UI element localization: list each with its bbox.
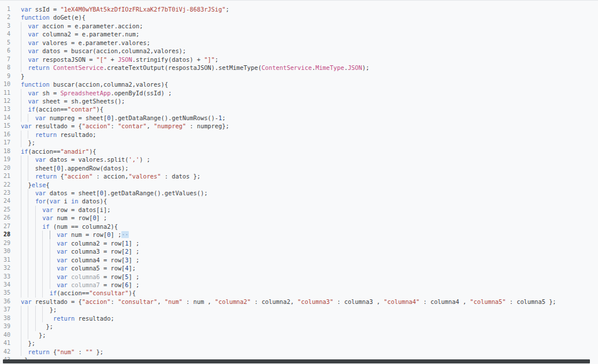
code-token: (accion== xyxy=(28,148,60,155)
code-line[interactable]: 37 }; xyxy=(0,306,598,314)
line-number[interactable]: 28 xyxy=(0,231,10,239)
line-number[interactable]: 6 xyxy=(0,47,10,55)
line-number[interactable]: 16 xyxy=(0,131,10,139)
code-line[interactable]: 28 var num = row[0] ;·· xyxy=(0,231,598,239)
line-number[interactable]: 33 xyxy=(0,273,10,281)
line-number[interactable]: 29 xyxy=(0,239,10,247)
line-number[interactable]: 18 xyxy=(0,147,10,155)
code-token: accion = e.parameter.accion; xyxy=(39,23,143,29)
code-line[interactable]: 12 var sheet = sh.getSheets(); xyxy=(0,97,598,105)
code-token xyxy=(21,131,35,138)
line-number[interactable]: 40 xyxy=(0,331,10,339)
line-number[interactable]: 21 xyxy=(0,172,10,180)
line-number[interactable]: 7 xyxy=(0,55,10,64)
code-line[interactable]: 27 if (num == columna2){ xyxy=(0,222,598,231)
line-number[interactable]: 25 xyxy=(0,206,10,214)
line-number[interactable]: 5 xyxy=(0,39,10,47)
line-number[interactable]: 27 xyxy=(0,222,10,231)
code-line[interactable]: 16 return resultado; xyxy=(0,131,598,139)
line-number[interactable]: 23 xyxy=(0,189,10,197)
code-line[interactable]: 29 var columna2 = row[1] ; xyxy=(0,239,598,247)
line-number[interactable]: 24 xyxy=(0,197,10,205)
line-number[interactable]: 15 xyxy=(0,122,10,130)
code-line[interactable]: 30 var columna3 = row[2] ; xyxy=(0,247,598,255)
code-line[interactable]: 9} xyxy=(0,72,598,80)
code-line[interactable]: 31 var columna4 = row[3] ; xyxy=(0,256,598,264)
code-line[interactable]: 21 return {"accion" : accion,"valores" :… xyxy=(0,172,598,180)
code-token: }; xyxy=(21,340,35,347)
code-line[interactable]: 33 var columna6 = row[5] ; xyxy=(0,273,598,281)
line-number[interactable]: 2 xyxy=(0,13,10,21)
code-line[interactable]: 19 var datos = valores.split(',') ; xyxy=(0,155,598,164)
code-token xyxy=(21,265,57,272)
line-number[interactable]: 17 xyxy=(0,139,10,147)
code-line[interactable]: 20 sheet[0].appendRow(datos); xyxy=(0,164,598,172)
line-number[interactable]: 22 xyxy=(0,181,10,189)
line-number[interactable]: 32 xyxy=(0,264,10,272)
code-line[interactable]: 14 var numpreg = sheet[0].getDataRange()… xyxy=(0,114,598,122)
code-token: }; xyxy=(21,306,57,313)
line-number[interactable]: 41 xyxy=(0,339,10,347)
code-line[interactable]: 26 var num = row[0] ; xyxy=(0,214,598,222)
code-line[interactable]: 1var ssId = "1eX4M0wYBAt5kzDfIOzFRLxaK2f… xyxy=(0,5,598,13)
code-token: function xyxy=(21,81,50,88)
code-line[interactable]: 10function buscar(accion,columna2,valore… xyxy=(0,80,598,88)
code-line[interactable]: 11 var sh = SpreadsheetApp.openById(ssId… xyxy=(0,89,598,97)
code-token: ].getDataRange().getNumRows()- xyxy=(110,114,218,121)
line-number[interactable]: 12 xyxy=(0,97,10,105)
code-line[interactable]: 36var resultado = {"accion": "consultar"… xyxy=(0,298,598,306)
code-token: buscar(accion,columna2,valores){ xyxy=(50,81,168,88)
code-line[interactable]: 13 if(accion=="contar"){ xyxy=(0,105,598,113)
line-number[interactable]: 9 xyxy=(0,72,10,80)
code-token xyxy=(21,198,35,205)
line-number[interactable]: 30 xyxy=(0,247,10,255)
code-line[interactable]: 32 var columna5 = row[4]; xyxy=(0,264,598,272)
code-line[interactable]: 39 }; xyxy=(0,322,598,330)
code-line[interactable]: 34 var columna7 = row[6] ; xyxy=(0,281,598,289)
code-line[interactable]: 40 }; xyxy=(0,331,598,339)
code-line[interactable]: 23 var datos = sheet[0].getDataRange().g… xyxy=(0,189,598,197)
code-line[interactable]: 2function doGet(e){ xyxy=(0,13,598,21)
code-line[interactable]: 6 var datos = buscar(accion,columna2,val… xyxy=(0,47,598,55)
line-number[interactable]: 36 xyxy=(0,298,10,306)
code-line[interactable]: 35 if(accion=="consultar"){ xyxy=(0,289,598,297)
code-token: .createTextOutput(respostaJSON).setMimeT… xyxy=(103,64,262,71)
line-number[interactable]: 1 xyxy=(0,5,10,13)
code-line[interactable]: 15var resultado = {"accion": "contar", "… xyxy=(0,122,598,130)
line-number[interactable]: 26 xyxy=(0,214,10,222)
line-number[interactable]: 19 xyxy=(0,155,10,164)
line-number[interactable]: 39 xyxy=(0,322,10,330)
code-token: var xyxy=(57,248,68,255)
code-token xyxy=(21,223,42,230)
line-number[interactable]: 4 xyxy=(0,30,10,38)
code-line[interactable]: 18if(accion=="anadir"){ xyxy=(0,147,598,155)
line-number[interactable]: 13 xyxy=(0,105,10,113)
line-number[interactable]: 38 xyxy=(0,314,10,322)
line-number[interactable]: 34 xyxy=(0,281,10,289)
line-number[interactable]: 11 xyxy=(0,89,10,97)
line-number[interactable]: 14 xyxy=(0,114,10,122)
code-token xyxy=(21,206,42,213)
horizontal-scrollbar[interactable] xyxy=(3,359,590,363)
line-number[interactable]: 31 xyxy=(0,256,10,264)
code-line[interactable]: 42 return {"num" : "" }; xyxy=(0,348,598,356)
line-number[interactable]: 8 xyxy=(0,64,10,72)
code-line[interactable]: 38 return resultado; xyxy=(0,314,598,322)
code-line[interactable]: 5 var valores = e.parameter.valores; xyxy=(0,39,598,47)
line-number[interactable]: 3 xyxy=(0,22,10,30)
code-line[interactable]: 25 var row = datos[i]; xyxy=(0,206,598,214)
code-line[interactable]: 4 var columna2 = e.parameter.num; xyxy=(0,30,598,38)
line-number[interactable]: 20 xyxy=(0,164,10,172)
line-number[interactable]: 37 xyxy=(0,306,10,314)
code-token: "consultar" xyxy=(89,289,128,296)
code-line[interactable]: 24 for(var i in datos){ xyxy=(0,197,598,205)
code-line[interactable]: 41 }; xyxy=(0,339,598,347)
line-number[interactable]: 10 xyxy=(0,80,10,88)
code-line[interactable]: 17 }; xyxy=(0,139,598,147)
line-number[interactable]: 35 xyxy=(0,289,10,297)
code-line[interactable]: 3 var accion = e.parameter.accion; xyxy=(0,22,598,30)
code-line[interactable]: 8 return ContentService.createTextOutput… xyxy=(0,64,598,72)
code-line[interactable]: 22 }else{ xyxy=(0,181,598,189)
code-line[interactable]: 7 var respostaJSON = "[" + JSON.stringif… xyxy=(0,55,598,64)
line-number[interactable]: 42 xyxy=(0,348,10,356)
